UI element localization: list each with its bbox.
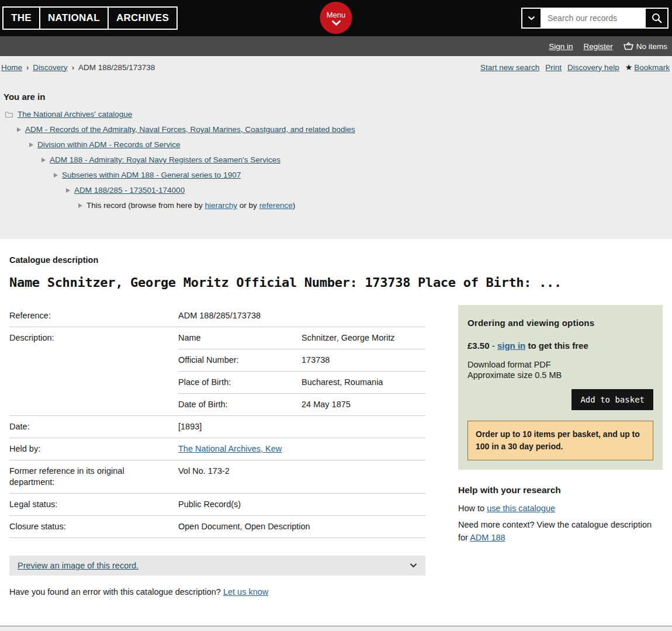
page-actions: Start new search Print Discovery help ★ … — [480, 63, 670, 72]
tna-logo[interactable]: THE NATIONAL ARCHIVES — [2, 6, 178, 30]
menu-button[interactable]: Menu — [320, 2, 352, 34]
search-input[interactable] — [542, 9, 646, 27]
tree-arrow-icon — [54, 173, 58, 178]
this-record-prefix: This record (browse from here by — [86, 201, 205, 210]
logo-word-national: NATIONAL — [39, 6, 109, 30]
hierarchy-level-piece: ADM 188/285 - 173501-174000 — [4, 185, 668, 195]
download-format: Download format PDF — [467, 360, 653, 369]
bookmark-link[interactable]: Bookmark — [634, 63, 670, 72]
hierarchy-level-this-record: This record (browse from here by hierarc… — [4, 200, 668, 210]
record-content-grid: Reference: ADM 188/285/173738 Descriptio… — [9, 305, 663, 597]
basket-status[interactable]: No items — [623, 42, 667, 51]
search-button[interactable] — [646, 9, 667, 27]
field-label: Name — [178, 332, 302, 344]
price-line: £3.50 - sign in to get this free — [467, 341, 653, 351]
held-by-link[interactable]: The National Archives, Kew — [178, 444, 282, 453]
breadcrumb-current: ADM 188/285/173738 — [78, 63, 155, 72]
record-sidebar: Ordering and viewing options £3.50 - sig… — [458, 305, 663, 547]
field-value: Public Record(s) — [178, 499, 425, 510]
free-suffix: to get this free — [525, 341, 588, 351]
record-row-former-reference: Former reference in its original departm… — [9, 460, 425, 494]
sign-in-link[interactable]: Sign in — [549, 42, 573, 51]
record-details: Reference: ADM 188/285/173738 Descriptio… — [9, 305, 425, 597]
browse-hierarchy-link[interactable]: hierarchy — [205, 201, 238, 210]
error-report-line: Have you found an error with this catalo… — [9, 587, 425, 597]
bookmark-action[interactable]: ★ Bookmark — [625, 63, 670, 72]
preview-toggle[interactable]: Preview an image of this record. — [9, 556, 425, 575]
tree-arrow-icon — [29, 143, 33, 147]
field-value: ADM 188/285/173738 — [178, 310, 425, 321]
hierarchy-level-subseries: Subseries within ADM 188 - General serie… — [4, 170, 668, 180]
field-value: [1893] — [178, 421, 425, 432]
use-this-catalogue-link[interactable]: use this catalogue — [487, 504, 555, 513]
this-record-text: This record (browse from here by hierarc… — [86, 200, 295, 210]
field-value: 24 May 1875 — [302, 399, 425, 410]
hierarchy-link-division[interactable]: Division within ADM - Records of Service — [37, 140, 181, 150]
description-row-date-of-birth: Date of Birth: 24 May 1875 — [178, 394, 425, 415]
error-report-link[interactable]: Let us know — [223, 587, 268, 597]
description-row-place-of-birth: Place of Birth: Bucharest, Roumania — [178, 372, 425, 394]
page: THE NATIONAL ARCHIVES Menu Sign in Regis… — [0, 0, 672, 631]
field-value: Open Document, Open Description — [178, 521, 425, 532]
order-limit-note: Order up to 10 items per basket, and up … — [467, 421, 653, 460]
description-row-name: Name Schnitzer, George Moritz — [178, 327, 425, 349]
tree-arrow-icon — [41, 158, 46, 162]
search-scope-dropdown[interactable] — [522, 9, 542, 27]
tag-section: Add a tag — [0, 626, 672, 631]
search-icon — [651, 12, 663, 24]
price-separator: - — [490, 341, 497, 351]
hierarchy-level-adm188: ADM 188 - Admiralty: Royal Navy Register… — [4, 155, 668, 165]
field-label: Legal status: — [9, 499, 178, 510]
hierarchy-link-adm[interactable]: ADM - Records of the Admiralty, Naval Fo… — [25, 124, 355, 134]
chevron-down-icon — [410, 563, 417, 568]
field-label: Reference: — [9, 310, 178, 321]
record-title: Name Schnitzer, George Moritz Official N… — [9, 275, 663, 290]
discovery-help-link[interactable]: Discovery help — [567, 63, 619, 72]
tree-arrow-icon — [78, 203, 82, 208]
chevron-down-icon — [528, 16, 535, 20]
hierarchy-link-piece[interactable]: ADM 188/285 - 173501-174000 — [74, 185, 185, 195]
field-label: Place of Birth: — [178, 377, 302, 388]
adm-188-link[interactable]: ADM 188 — [470, 533, 505, 542]
field-value: Bucharest, Roumania — [302, 377, 425, 388]
preview-image-link[interactable]: Preview an image of this record. — [18, 561, 138, 570]
logo-word-the: THE — [2, 6, 40, 30]
field-label: Closure status: — [9, 521, 178, 532]
site-header: THE NATIONAL ARCHIVES Menu — [0, 0, 672, 36]
breadcrumb: Home › Discovery › ADM 188/285/173738 — [1, 63, 155, 72]
record-row-legal-status: Legal status: Public Record(s) — [9, 494, 425, 516]
breadcrumb-discovery[interactable]: Discovery — [33, 63, 67, 72]
field-label: Description: — [9, 327, 178, 415]
hierarchy-link-adm188[interactable]: ADM 188 - Admiralty: Royal Navy Register… — [50, 155, 280, 165]
how-to-prefix: How to — [458, 504, 487, 513]
ordering-title: Ordering and viewing options — [467, 318, 653, 328]
chevron-separator-icon: › — [72, 63, 74, 72]
chevron-down-icon — [331, 20, 341, 26]
search-box — [521, 8, 668, 29]
start-new-search-link[interactable]: Start new search — [480, 63, 539, 72]
field-label: Held by: — [9, 443, 178, 455]
register-link[interactable]: Register — [583, 42, 612, 51]
print-link[interactable]: Print — [545, 63, 562, 72]
browse-reference-link[interactable]: reference — [259, 201, 293, 210]
field-label: Date: — [9, 421, 178, 432]
breadcrumb-home[interactable]: Home — [1, 63, 22, 72]
sign-in-for-free-link[interactable]: sign in — [497, 341, 525, 351]
hierarchy-link-subseries[interactable]: Subseries within ADM 188 - General serie… — [62, 170, 241, 180]
this-record-middle: or by — [237, 201, 259, 210]
hierarchy-level-adm: ADM - Records of the Admiralty, Naval Fo… — [4, 124, 668, 134]
help-title: Help with your research — [458, 485, 663, 495]
field-value: Schnitzer, George Moritz — [302, 332, 425, 344]
add-to-basket-button[interactable]: Add to basket — [571, 389, 653, 410]
field-label: Date of Birth: — [178, 399, 302, 410]
hierarchy-level-division: Division within ADM - Records of Service — [4, 140, 668, 150]
field-value: The National Archives, Kew — [178, 443, 425, 455]
approximate-size: Approximate size 0.5 MB — [467, 370, 653, 380]
basket-icon — [623, 42, 633, 51]
hierarchy-link-catalogue[interactable]: The National Archives' catalogue — [18, 109, 132, 119]
help-section: Help with your research How to use this … — [458, 485, 663, 544]
basket-button-row: Add to basket — [467, 389, 653, 410]
record-row-reference: Reference: ADM 188/285/173738 — [9, 305, 425, 327]
bookmark-star-icon: ★ — [625, 63, 633, 72]
basket-label: No items — [636, 42, 667, 51]
